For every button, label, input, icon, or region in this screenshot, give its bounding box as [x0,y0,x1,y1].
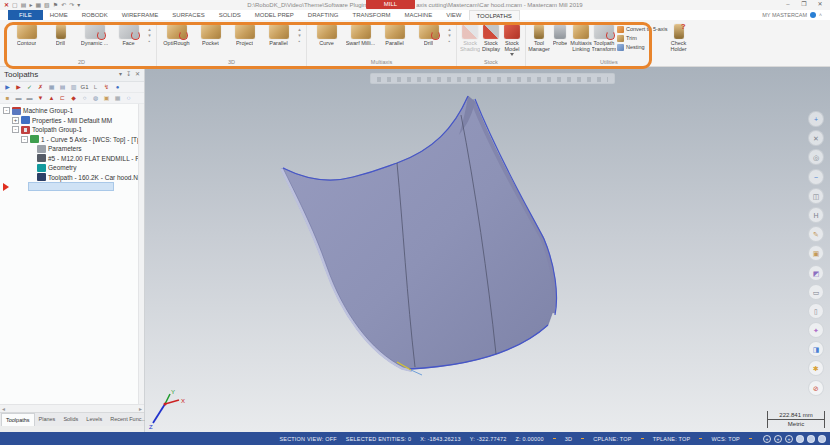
viewport-tool-section-icon[interactable]: ◨ [808,341,824,357]
tab-solids-manager[interactable]: Solids [59,413,82,426]
tool-manager-button[interactable]: Tool Manager [529,23,549,52]
parallel-3d-button[interactable]: Parallel [262,23,295,46]
help-info-icon[interactable]: ● [113,83,122,92]
trim-button[interactable]: Trim [617,34,668,42]
zoom-all-icon[interactable]: ◍ [91,94,100,103]
viewport-tool-close-icon[interactable]: ✕ [808,130,824,146]
tab-model-prep[interactable]: MODEL PREP [248,10,301,20]
move-down-icon[interactable]: ▼ [36,94,45,103]
outline-toggle-icon[interactable] [818,435,826,443]
backplot-icon[interactable]: ▦ [47,83,56,92]
cplane-selector[interactable]: CPLANE: TOP [593,436,631,442]
collapse-icon[interactable]: - [3,107,10,114]
viewport-tool-plane-icon[interactable]: ▭ [808,284,824,300]
save-icon[interactable]: ▤ [21,2,27,9]
collapse-icon[interactable]: - [21,136,28,143]
lock-icon[interactable]: ■ [3,94,12,103]
print-preview-icon[interactable]: ▧ [44,2,50,9]
gview-iso-icon[interactable] [796,435,804,443]
tab-planes[interactable]: Planes [35,413,60,426]
viewport-tool-cube-icon[interactable]: ◫ [808,188,824,204]
gview-front-icon[interactable]: + [774,435,782,443]
toolpath-transform-button[interactable]: Toolpath Transform [592,23,616,52]
select-all-operations-icon[interactable]: ▶ [3,83,12,92]
graphics-viewport[interactable]: Y X Z + ✕ ◎ ~ ◫ Η ✎ ▣ ◩ ▭ ▯ ✦ ◨ ✱ ⊘ 222.… [145,67,830,432]
check-holder-button[interactable]: Check Holder [669,23,689,52]
tab-surfaces[interactable]: SURFACES [165,10,211,20]
open-folder-icon[interactable]: ▣ [102,94,111,103]
scroll-insert-icon[interactable]: ◆ [69,94,78,103]
panel-pin-icon[interactable]: ↧ [126,70,131,78]
drill-multiaxis-button[interactable]: Drill [412,23,445,46]
wcs-selector[interactable]: WCS: TOP [711,436,740,442]
options-grid-icon[interactable]: ▦ [113,94,122,103]
tree-item-toolpath-file[interactable]: Toolpath - 160.2K - Car hood.NC - Prog [0,173,144,183]
tree-vertical-scrollbar[interactable] [138,104,144,404]
insert-position-row[interactable] [0,182,144,192]
tree-item-tool[interactable]: #5 - M12.00 FLAT ENDMILL - FLAT END [0,154,144,164]
stock-model-dropdown-icon[interactable] [510,53,514,56]
swarf-milling-button[interactable]: Swarf Milli... [344,23,377,46]
verify-icon[interactable]: ▤ [58,83,67,92]
tags-icon[interactable]: ⚑ [53,2,58,9]
minimize-button[interactable]: – [780,0,796,9]
viewport-tool-sketch-icon[interactable]: ✎ [808,226,824,242]
dynamic-mill-button[interactable]: Dynamic ... [78,23,111,46]
tab-solids[interactable]: SOLIDS [212,10,248,20]
tab-toolpaths-manager[interactable]: Toolpaths [1,413,35,426]
stock-display-button[interactable]: Stock Display [481,23,501,52]
parallel-multiaxis-button[interactable]: Parallel [378,23,411,46]
toggle-display-icon[interactable]: ▬ [14,94,23,103]
tab-wireframe[interactable]: WIREFRAME [115,10,166,20]
select-none-icon[interactable]: ▶ [14,83,23,92]
nesting-button[interactable]: Nesting [617,43,668,51]
tree-item-toolpath-group[interactable]: - Toolpath Group-1 [0,125,144,135]
post-g1-icon[interactable]: G1 [80,83,89,92]
tab-transform[interactable]: TRANSFORM [346,10,398,20]
my-mastercam[interactable]: MY MASTERCAM ˄ [762,10,830,20]
toggle-post-icon[interactable]: ▬ [25,94,34,103]
mode-2d-3d-toggle[interactable]: 3D [565,436,572,442]
tab-robodk[interactable]: ROBODK [75,10,115,20]
insert-arrow-up-icon[interactable]: ⊏ [58,94,67,103]
section-view-status[interactable]: SECTION VIEW: OFF [279,436,336,442]
viewport-tool-spline-icon[interactable]: ~ [808,169,824,185]
undo-icon[interactable]: ↶ [61,2,66,9]
collapse-ribbon-icon[interactable]: ˄ [819,12,822,18]
viewport-tool-circle-icon[interactable]: ◎ [808,149,824,165]
tree-item-parameters[interactable]: Parameters [0,144,144,154]
project-button[interactable]: Project [228,23,261,46]
curve-button[interactable]: Curve [310,23,343,46]
car-hood-model[interactable]: Y X Z [145,67,830,432]
open-icon[interactable]: ▸ [29,2,32,9]
redo-icon[interactable]: ↷ [69,2,74,9]
simulate-icon[interactable]: ▥ [69,83,78,92]
rapid-feed-icon[interactable]: ↯ [102,83,111,92]
optirough-button[interactable]: OptiRough [160,23,193,46]
viewport-tool-disable-icon[interactable]: ⊘ [808,380,824,396]
shading-toggle-icon[interactable] [807,435,815,443]
tab-drafting[interactable]: DRAFTING [301,10,346,20]
panel-close-icon[interactable]: ✕ [135,70,140,78]
tab-levels[interactable]: Levels [82,413,106,426]
print-icon[interactable]: ▦ [35,2,41,9]
zoom-selected-icon[interactable]: ○ [80,94,89,103]
hood-surface[interactable] [283,96,554,369]
tab-file[interactable]: FILE [8,10,43,20]
tree-item-machine-group[interactable]: - Machine Group-1 [0,106,144,116]
regen-dirty-icon[interactable]: ✗ [36,83,45,92]
insert-arrow-icon[interactable] [3,183,9,191]
tree-item-curve-5axis[interactable]: - 1 - Curve 5 Axis - [WCS: Top] - [Tplan… [0,135,144,145]
scroll-right-icon[interactable]: ► [138,406,143,412]
tab-machine[interactable]: MACHINE [398,10,440,20]
tree-horizontal-scrollbar[interactable]: ◄ ► [0,404,144,412]
panel-menu-chevron-icon[interactable]: ▾ [119,70,122,78]
gallery-scroll-multiaxis[interactable]: ▴▾▪ [446,23,453,44]
viewport-tool-solid-icon[interactable]: ▣ [808,245,824,261]
tree-item-properties[interactable]: + Properties - Mill Default MM [0,116,144,126]
scroll-left-icon[interactable]: ◄ [1,406,6,412]
tab-recent-functions[interactable]: Recent Func... [106,413,150,426]
gallery-scroll-3d[interactable]: ▴▾▪ [296,23,303,44]
gview-right-icon[interactable]: + [785,435,793,443]
new-file-icon[interactable]: ▢ [12,2,18,9]
